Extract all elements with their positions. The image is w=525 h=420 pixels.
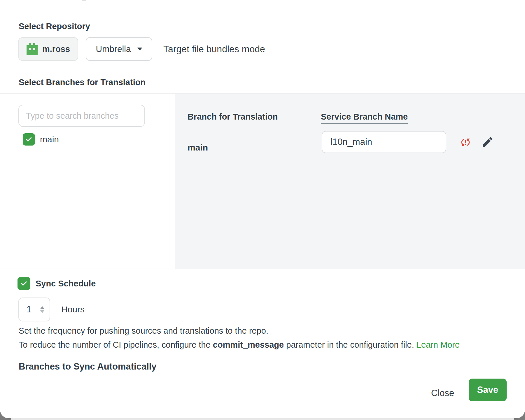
pipelines-note: To reduce the number of CI pipelines, co… (19, 340, 460, 350)
target-mode-label: Target file bundles mode (163, 44, 265, 55)
learn-more-link[interactable]: Learn More (416, 340, 460, 349)
select-branches-heading: Select Branches for Translation (19, 78, 146, 87)
repository-row: m.ross Umbrella Target file bundles mode (18, 37, 265, 61)
checkmark-icon (20, 280, 28, 287)
sync-schedule-checkbox[interactable] (18, 277, 30, 290)
note-suffix: parameter in the configuration file. (284, 340, 416, 349)
sync-problem-icon[interactable] (460, 137, 471, 148)
sync-schedule-toggle[interactable]: Sync Schedule (18, 277, 96, 290)
commit-message-param: commit_message (213, 340, 284, 349)
branch-dropdown[interactable]: Umbrella (86, 37, 152, 61)
chevron-down-icon (137, 48, 142, 50)
hours-stepper[interactable]: 1 (18, 298, 50, 321)
sync-schedule-section: Sync Schedule 1 Hours Set the frequency … (0, 269, 525, 380)
note-prefix: To reduce the number of CI pipelines, co… (19, 340, 213, 349)
repository-name: m.ross (42, 44, 70, 54)
repo-identicon-icon (27, 43, 38, 55)
branch-list-pane: main (0, 94, 175, 269)
select-repository-heading: Select Repository (19, 22, 90, 31)
branch-mapping-pane: Branch for Translation Service Branch Na… (175, 94, 525, 269)
edit-pencil-icon[interactable] (481, 136, 494, 148)
repository-button[interactable]: m.ross (18, 37, 78, 61)
stepper-arrows-icon[interactable] (40, 306, 44, 313)
save-button[interactable]: Save (469, 379, 507, 401)
repo-settings-modal: Select Repository m.ross Umbre (0, 0, 525, 418)
screen: Select Repository m.ross Umbre (0, 0, 525, 420)
branch-checkbox[interactable] (23, 133, 35, 146)
branch-dropdown-value: Umbrella (96, 44, 131, 54)
branch-list-item[interactable]: main (23, 133, 59, 146)
hours-unit-label: Hours (61, 304, 85, 314)
branch-name-label: main (40, 134, 59, 144)
service-branch-input[interactable] (322, 131, 446, 153)
sync-schedule-label: Sync Schedule (36, 279, 96, 288)
column-header-branch-for-translation: Branch for Translation (188, 112, 278, 122)
branch-selection-area: main Branch for Translation Service Bran… (0, 93, 525, 269)
close-button[interactable]: Close (426, 386, 459, 401)
hours-value: 1 (27, 304, 32, 315)
mapped-branch-name: main (188, 143, 208, 153)
frequency-description: Set the frequency for pushing sources an… (19, 326, 268, 336)
column-header-service-branch-name: Service Branch Name (321, 112, 408, 124)
top-edge-fragment (82, 0, 86, 1)
branches-auto-sync-heading: Branches to Sync Automatically (19, 362, 194, 372)
modal-footer: Close Save (0, 373, 525, 408)
backdrop-strip (11, 418, 514, 420)
branch-search-input[interactable] (18, 105, 145, 127)
checkmark-icon (25, 136, 33, 143)
